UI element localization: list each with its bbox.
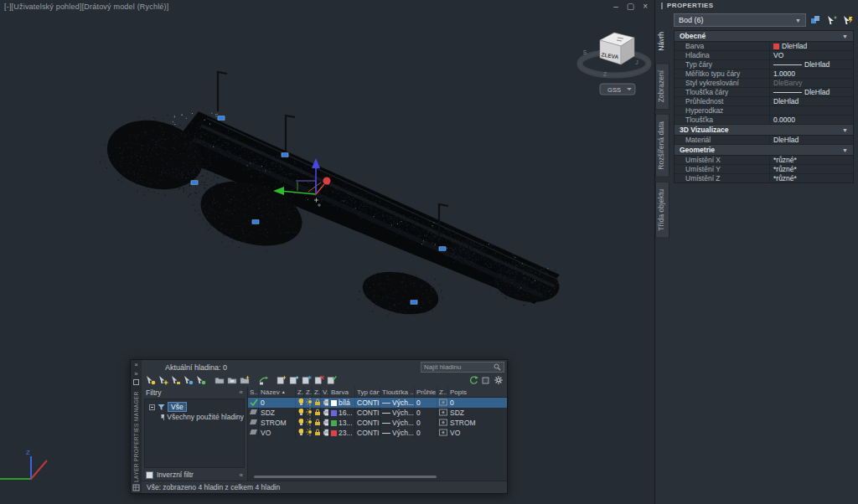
layer-lineweight[interactable]: Vých... <box>392 399 414 407</box>
restore-button[interactable]: ▢ <box>627 3 634 11</box>
layer-row[interactable]: 0bíláCONTIN...Vých...00 <box>248 398 507 408</box>
property-value[interactable]: DleHlad <box>769 136 853 144</box>
close-icon[interactable]: × <box>134 361 138 368</box>
toggle-pickadd-icon[interactable] <box>809 14 822 27</box>
layer-plot-icon[interactable] <box>323 419 329 428</box>
layer-isolate-tool[interactable] <box>195 375 206 386</box>
layer-transparency[interactable]: 0 <box>416 429 421 437</box>
layer-states-manager[interactable] <box>239 375 250 386</box>
palette-menu-icon[interactable] <box>132 484 140 491</box>
layer-plot-icon[interactable] <box>323 429 329 438</box>
close-button[interactable]: × <box>643 3 648 11</box>
filter-tree-root[interactable]: Vše <box>145 402 244 412</box>
layer-search-input[interactable]: Najít hladinu <box>421 362 504 373</box>
layer-name[interactable]: 0 <box>261 399 265 407</box>
quick-select-icon[interactable] <box>840 14 854 27</box>
column-header[interactable]: Z.. <box>296 387 304 397</box>
layer-freeze-icon[interactable] <box>306 428 313 438</box>
layer-description[interactable]: SDZ <box>450 409 464 417</box>
property-value[interactable]: *různé* <box>769 165 853 173</box>
tree-collapse-icon[interactable] <box>149 404 155 410</box>
filter-tree[interactable]: Vše Všechny použité hladiny <box>144 399 245 468</box>
minimize-button[interactable]: – <box>613 3 618 11</box>
column-header[interactable]: Název▲ <box>259 387 296 397</box>
column-header[interactable]: Průhle... <box>415 387 437 397</box>
new-layer-frozen[interactable] <box>301 375 312 386</box>
layer-lock-icon[interactable] <box>314 399 321 408</box>
viewcube[interactable]: S Z J ZLEVA GSS <box>580 33 649 95</box>
column-header[interactable]: S.. <box>248 387 259 397</box>
collapse-icon[interactable]: ▼ <box>842 33 848 39</box>
property-value[interactable]: 1.0000 <box>769 69 853 78</box>
filter-tree-child[interactable]: Všechny použité hladiny <box>145 412 244 422</box>
property-value[interactable] <box>769 106 853 115</box>
layer-transparency[interactable]: 0 <box>416 419 421 427</box>
layer-color-swatch[interactable] <box>331 410 337 416</box>
vp-freeze-icon[interactable] <box>439 419 447 428</box>
layer-linetype[interactable]: CONTIN... <box>357 419 380 427</box>
column-header[interactable]: Z.. <box>313 387 321 397</box>
point-grip[interactable] <box>218 116 225 120</box>
layer-transparency[interactable]: 0 <box>416 399 421 407</box>
layer-name[interactable]: SDZ <box>261 409 275 417</box>
property-value[interactable]: 0.0000 <box>769 116 853 124</box>
properties-title-bar[interactable]: PROPERTIES <box>655 0 858 11</box>
side-tab-třída-objektu[interactable]: Třída objektu <box>655 182 669 239</box>
property-value[interactable]: *různé* <box>769 156 853 164</box>
layer-lock-icon[interactable] <box>314 419 321 428</box>
collapse-icon[interactable]: ▼ <box>842 147 848 153</box>
layer-description[interactable]: 0 <box>450 399 454 407</box>
palette-grip[interactable] <box>661 3 663 9</box>
column-header[interactable]: Popis <box>448 387 507 397</box>
layer-row[interactable]: SDZ16...CONTIN...Vých...0SDZ <box>248 408 507 418</box>
layer-linetype[interactable]: CONTIN... <box>357 429 380 437</box>
layer-description[interactable]: VO <box>450 429 460 437</box>
compass-letter[interactable]: S <box>583 49 587 55</box>
collapse-icon[interactable]: ▼ <box>842 127 848 133</box>
layer-on-icon[interactable] <box>297 418 304 428</box>
side-tab-návrh[interactable]: Návrh <box>655 24 669 59</box>
layer-freeze-icon[interactable] <box>306 398 313 408</box>
layer-transparency[interactable]: 0 <box>416 409 421 417</box>
property-value[interactable]: DleHlad <box>769 42 853 50</box>
horizontal-scrollbar[interactable] <box>251 474 504 479</box>
column-header[interactable]: Z.. <box>437 387 448 397</box>
selection-dropdown[interactable]: Bod (6) ▼ <box>674 13 806 27</box>
layer-on-icon[interactable] <box>297 408 304 418</box>
layer-lineweight[interactable]: Vých... <box>392 409 414 417</box>
vp-freeze-icon[interactable] <box>439 429 447 438</box>
ucs-selector[interactable]: GSS <box>600 84 635 95</box>
side-tab-zobrazení[interactable]: Zobrazení <box>655 63 669 110</box>
delete-layer[interactable] <box>313 375 324 386</box>
layer-color-swatch[interactable] <box>331 420 337 426</box>
column-header[interactable]: V.. <box>321 387 329 397</box>
new-group-filter[interactable] <box>226 375 237 386</box>
new-property-filter[interactable] <box>214 375 225 386</box>
layer-plot-icon[interactable] <box>323 409 329 418</box>
layer-on-icon[interactable] <box>297 398 304 408</box>
point-grip[interactable] <box>411 301 417 304</box>
properties-menu-icon[interactable] <box>133 379 139 385</box>
property-value[interactable]: DleHlad <box>769 60 853 69</box>
section-header[interactable]: Geometrie▼ <box>675 145 853 156</box>
layer-row[interactable]: VO23...CONTIN...Vých...0VO <box>248 428 507 438</box>
collapse-left-icon[interactable]: « <box>240 388 243 396</box>
layer-row[interactable]: STROM13...CONTIN...Vých...0STROM <box>248 418 507 428</box>
status-square-icon[interactable] <box>480 375 491 386</box>
gizmo-x-handle[interactable] <box>323 177 331 185</box>
layer-match-tool[interactable] <box>183 375 194 386</box>
layer-linetype[interactable]: CONTIN... <box>357 399 380 407</box>
set-current-layer[interactable] <box>326 375 337 386</box>
viewport-controls-label[interactable]: [-][Uživatelský pohled][Drátový model (R… <box>4 3 168 11</box>
filter-all-item[interactable]: Vše <box>168 402 187 412</box>
layer-lock-icon[interactable] <box>314 429 321 438</box>
layer-on-icon[interactable] <box>297 428 304 438</box>
vp-freeze-icon[interactable] <box>439 399 447 408</box>
property-value[interactable]: DleBarvy <box>769 79 853 87</box>
layer-color-swatch[interactable] <box>331 430 337 436</box>
layer-freeze-tool[interactable] <box>158 375 168 386</box>
autohide-icon[interactable]: » <box>134 370 137 378</box>
point-grip[interactable] <box>191 181 198 184</box>
property-value[interactable]: DleHlad <box>769 88 853 96</box>
layer-description[interactable]: STROM <box>450 419 476 427</box>
